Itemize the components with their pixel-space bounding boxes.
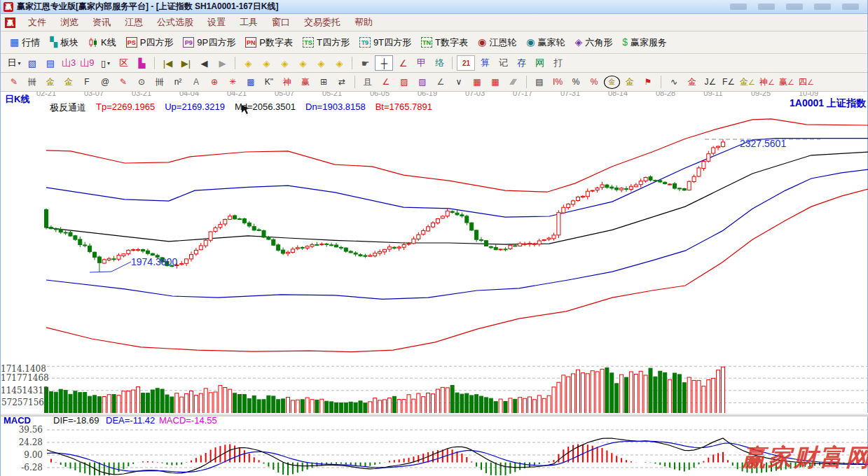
shen-tool[interactable]: 神 [279,75,296,89]
winner-wheel-button[interactable]: ◉赢家轮 [521,34,570,51]
ying-angle-tool[interactable]: 赢∠ [778,75,796,89]
service-button[interactable]: $赢家服务 [617,34,672,51]
gold-angle-tool[interactable]: 金∠ [738,75,757,89]
grid-123-tool[interactable]: ⊞ [315,75,332,89]
circle-cross-tool[interactable]: ⊕ [206,75,223,89]
last-bar-button[interactable]: ▶| [177,56,194,70]
next-bar-button[interactable]: ▶ [214,56,230,70]
n2-tool[interactable]: n² [170,75,186,89]
v-tool[interactable]: ∨ [450,75,467,89]
calculator-icon[interactable]: 算 [476,56,493,70]
box-tool[interactable]: 且 [359,75,376,89]
titlebar-item-0[interactable] [730,4,747,10]
t-table-button[interactable]: TNT数字表 [416,34,473,51]
diamond-expand-tool[interactable]: ◈ [312,56,329,70]
gann-box-red-tool[interactable]: ▨ [396,75,413,89]
diamond-right-tool[interactable]: ◈ [258,56,275,70]
chart-9-icon[interactable]: 山9 [78,56,95,70]
red-grid-tool[interactable]: ▦ [469,75,485,89]
spiral-tool[interactable]: @ [97,75,113,89]
red-pen-tool[interactable]: ✎ [115,75,132,89]
kline-button[interactable]: K线 [83,34,121,51]
gold-circle-tool[interactable]: 金 [604,76,620,89]
flag-tool[interactable]: ⚑ [640,75,656,89]
menu-item-文件[interactable]: 文件 [21,16,53,29]
9p-square-button[interactable]: P99P四方形 [178,34,240,51]
percent-line-tool[interactable]: Ⅰ% [549,75,566,89]
titlebar-item-2[interactable] [786,4,803,10]
shen-angle-tool[interactable]: 神∠ [758,75,776,89]
menu-item-窗口[interactable]: 窗口 [265,16,297,29]
percent-tool[interactable]: % [567,75,584,89]
gold-red-tool[interactable]: 金 [684,75,701,89]
chart-3-icon[interactable]: 山3 [60,56,77,70]
red-grid2-tool[interactable]: ▦ [487,75,504,89]
pen-tool[interactable]: ✎ [6,75,22,89]
multi-chart-icon[interactable]: ▧ [24,56,41,70]
mirror-tool[interactable]: A [188,75,205,89]
ruler-tool[interactable]: 卌 [24,75,41,89]
j-angle-tool[interactable]: J∠ [702,75,719,89]
menu-item-江恩[interactable]: 江恩 [118,16,150,29]
width-tool[interactable]: ⇄ [333,75,350,89]
crosshair-tool[interactable]: ┼ [375,55,393,71]
menu-item-资讯[interactable]: 资讯 [85,16,118,29]
fan-tool[interactable]: ∠ [378,75,394,89]
p-table-button[interactable]: PNP数字表 [240,34,298,51]
sectors-button[interactable]: ▚板块 [45,34,83,51]
print-icon[interactable]: 打 [549,56,566,70]
blue-grid-tool[interactable]: ▩ [242,75,259,89]
hist-flag-icon[interactable]: ▙ [133,56,150,70]
ruler2-tool[interactable]: 卌 [151,75,168,89]
diamond-move-tool[interactable]: ◈ [331,56,347,70]
titlebar-item-4[interactable] [842,4,859,10]
slash-lines-tool[interactable]: ∕∕∕ [505,75,522,89]
diamond-left-tool[interactable]: ◈ [240,56,256,70]
candle-style-dropdown[interactable]: ▯▾ [97,56,113,70]
prev-bar-button[interactable]: ◀ [195,56,212,70]
four-angle-tool[interactable]: 四∠ [797,75,815,89]
web-icon[interactable]: 网 [531,56,548,70]
zigzag-icon[interactable]: 区 [115,56,132,70]
hexagon-button[interactable]: ◈六角形 [570,34,617,51]
angle-tool[interactable]: ∠ [394,56,411,70]
menu-item-帮助[interactable]: 帮助 [347,16,380,29]
wave-tool[interactable]: ∿ [666,75,682,89]
percent-red-tool[interactable]: % [586,75,602,89]
jia-tool[interactable]: 甲 [413,56,429,70]
notes-icon[interactable]: 记 [495,56,511,70]
gann-box-purple-tool[interactable]: ▨ [414,75,431,89]
t-square-button[interactable]: TST四方形 [298,34,354,51]
9t-square-button[interactable]: T99T四方形 [354,34,416,51]
k-quote-tool[interactable]: K" [261,75,277,89]
f-angle-tool[interactable]: F∠ [720,75,737,89]
ying-tool[interactable]: 赢 [297,75,314,89]
gold-a-tool[interactable]: 金 [42,75,59,89]
menu-item-交易委托[interactable]: 交易委托 [297,16,347,29]
angle-lines-tool[interactable]: ∠ [432,75,449,89]
diamond-hline-tool[interactable]: ◈ [276,56,293,70]
p-square-button[interactable]: PSP四方形 [121,34,179,51]
menu-item-浏览[interactable]: 浏览 [53,16,85,29]
first-bar-button[interactable]: |◀ [159,56,176,70]
menu-item-设置[interactable]: 设置 [200,16,233,29]
pane-splitter[interactable] [1,413,868,416]
titlebar-item-3[interactable] [814,4,831,10]
calendar-icon[interactable]: 21 [457,55,475,71]
menu-item-公式选股[interactable]: 公式选股 [150,16,200,29]
gold-lines-tool[interactable]: 金 [621,75,638,89]
info-panel-icon[interactable]: ▤ [42,56,59,70]
f-square-tool[interactable]: F [78,75,95,89]
stats-tool[interactable]: ▤ [531,75,548,89]
titlebar-item-1[interactable] [758,4,775,10]
compass-tool[interactable]: ⊙ [133,75,150,89]
net-tool[interactable]: 络 [431,56,448,70]
hand-tool[interactable]: ☛ [357,56,373,70]
quotes-button[interactable]: ▦行情 [5,34,45,51]
menu-item-工具[interactable]: 工具 [233,16,265,29]
gann-wheel-button[interactable]: ◉江恩轮 [473,34,521,51]
star-grid-tool[interactable]: ✳ [224,75,241,89]
diamond-cross-tool[interactable]: ◈ [294,56,311,70]
gold-b-tool[interactable]: 金 [60,75,77,89]
save-icon[interactable]: 存 [513,56,530,70]
